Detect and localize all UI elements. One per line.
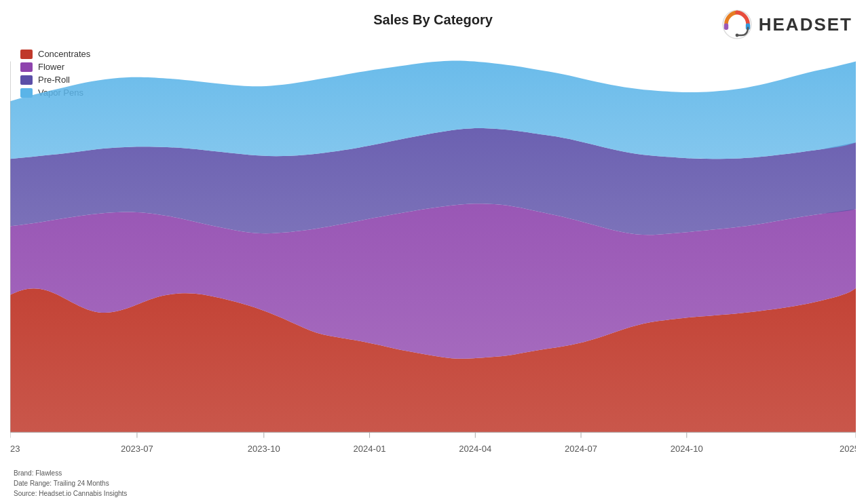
svg-point-3 [735,34,738,37]
chart-area: 2023 2023-07 2023-10 2024-01 2024-04 202… [10,41,856,467]
x-label-2024-01: 2024-01 [354,444,386,454]
footer-info: Brand: Flawless Date Range: Trailing 24 … [14,468,127,499]
x-label-2023-10: 2023-10 [248,444,280,454]
footer-date-range: Date Range: Trailing 24 Months [14,478,127,488]
x-label-2024-10: 2024-10 [671,444,703,454]
footer-brand: Brand: Flawless [14,468,127,478]
headset-logo: HEADSET [721,8,852,41]
x-label-2024-04: 2024-04 [459,444,491,454]
headset-logo-text: HEADSET [759,14,852,35]
chart-container: HEADSET Sales By Category Concentrates F… [0,0,866,504]
area-chart-svg: 2023 2023-07 2023-10 2024-01 2024-04 202… [10,41,856,467]
x-label-2023-07: 2023-07 [121,444,153,454]
x-label-2023: 2023 [10,444,20,454]
svg-rect-2 [724,23,728,30]
x-label-2024-07: 2024-07 [565,444,597,454]
footer-source: Source: Headset.io Cannabis Insights [14,488,127,499]
x-label-2025-01: 2025-01 [840,444,856,454]
headset-logo-icon [721,8,753,41]
